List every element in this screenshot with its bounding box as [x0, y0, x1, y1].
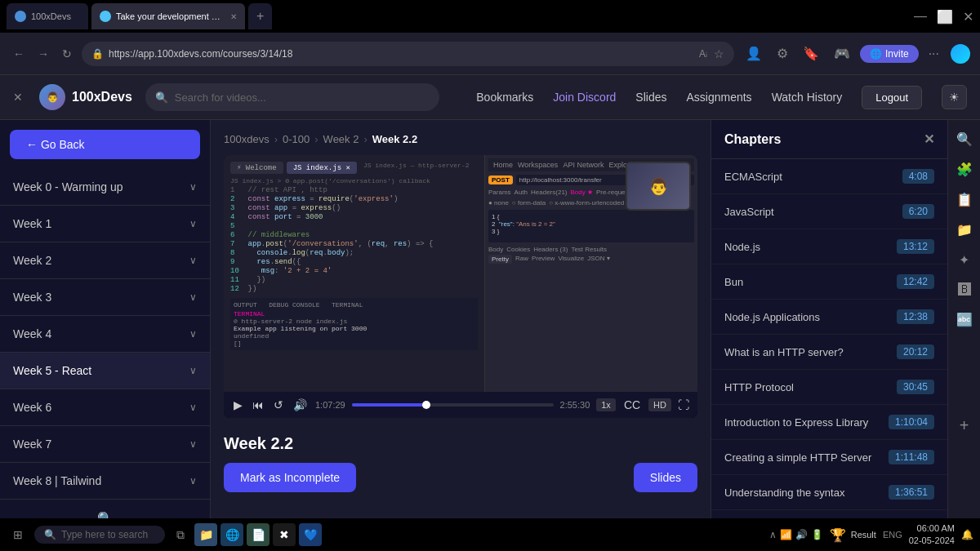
- quality-button[interactable]: HD: [648, 398, 671, 411]
- taskview-btn[interactable]: ⧉: [170, 525, 191, 545]
- sidebar-item-week7[interactable]: Week 7 ∨: [0, 426, 210, 463]
- nav-bookmarks[interactable]: Bookmarks: [476, 91, 533, 104]
- breadcrumb-0-100[interactable]: 0-100: [283, 133, 310, 145]
- chapter-item-nodejs-apps[interactable]: Node.js Applications 12:38: [711, 300, 947, 335]
- sidebar-item-week2[interactable]: Week 2 ∨: [0, 242, 210, 279]
- win-search-bar[interactable]: 🔍 Type here to search: [34, 526, 165, 544]
- sidebar-item-week5[interactable]: Week 5 - React ∨: [0, 353, 210, 389]
- win-search-placeholder: Type here to search: [61, 529, 148, 540]
- sidebar-item-week1[interactable]: Week 1 ∨: [0, 206, 210, 242]
- go-back-button[interactable]: ← Go Back: [10, 130, 200, 159]
- rs-add-icon[interactable]: +: [955, 411, 974, 440]
- taskbar-app-edge[interactable]: 🌐: [220, 523, 243, 546]
- profile-icon[interactable]: 👤: [741, 44, 767, 63]
- play-button[interactable]: ▶: [232, 397, 244, 413]
- week2-chevron: ∨: [189, 255, 197, 266]
- rs-search-icon[interactable]: 🔍: [951, 127, 978, 152]
- week3-label: Week 3: [13, 291, 51, 304]
- nav-join-discord[interactable]: Join Discord: [553, 91, 616, 104]
- notification-btn[interactable]: 🔔: [961, 529, 973, 540]
- tab-bar: 100xDevs Take your development skills fr…: [0, 0, 980, 33]
- tray-volume[interactable]: 🔊: [795, 529, 808, 540]
- chapter-item-bun[interactable]: Bun 12:42: [711, 264, 947, 300]
- more-options-btn[interactable]: ···: [924, 45, 944, 63]
- progress-bar[interactable]: [352, 403, 554, 407]
- header-search[interactable]: 🔍 Search for videos...: [145, 83, 439, 111]
- speed-button[interactable]: 1x: [596, 398, 616, 411]
- breadcrumb-week2[interactable]: Week 2: [323, 133, 359, 145]
- chapter-item-simple-server[interactable]: Creating a simple HTTP Server 1:11:48: [711, 440, 947, 475]
- rs-translate-icon[interactable]: 🔤: [951, 307, 978, 332]
- chapter-item-javascript[interactable]: JavaScript 6:20: [711, 194, 947, 229]
- taskbar-app-explorer[interactable]: 📁: [194, 523, 217, 546]
- chapter-item-http-protocol[interactable]: HTTP Protocol 30:45: [711, 370, 947, 405]
- rewind-btn[interactable]: ↺: [272, 397, 285, 413]
- sidebar-item-week6[interactable]: Week 6 ∨: [0, 389, 210, 426]
- result-label: Result: [851, 530, 876, 540]
- nav-slides[interactable]: Slides: [635, 91, 666, 104]
- tray-battery[interactable]: 🔋: [811, 529, 823, 540]
- chapter-time: 6:20: [902, 204, 934, 219]
- fullscreen-button[interactable]: ⛶: [678, 398, 689, 411]
- chapter-name: Bun: [724, 276, 743, 288]
- win-time: 06:00 AM: [909, 522, 955, 535]
- nav-watch-history[interactable]: Watch History: [772, 91, 843, 104]
- extension-icon[interactable]: ⚙: [772, 44, 793, 63]
- tray-chevron[interactable]: ∧: [769, 529, 777, 540]
- mark-incomplete-button[interactable]: Mark as Incomplete: [224, 463, 356, 492]
- breadcrumb-current: Week 2.2: [372, 133, 417, 145]
- nav-assignments[interactable]: Assignments: [686, 91, 751, 104]
- chapter-name: Introduction to Express Library: [724, 416, 868, 429]
- close-btn[interactable]: ✕: [963, 9, 973, 24]
- rs-extensions-icon[interactable]: 🧩: [951, 157, 978, 182]
- theme-toggle-button[interactable]: ☀: [942, 85, 967, 109]
- new-tab-btn[interactable]: +: [248, 3, 272, 29]
- rs-copilot-icon[interactable]: ✦: [954, 247, 974, 273]
- refresh-btn[interactable]: ↻: [59, 44, 75, 64]
- taskbar-app-x[interactable]: ✖: [273, 523, 296, 546]
- result-logo: 🏆: [830, 527, 846, 543]
- start-button[interactable]: ⊞: [7, 525, 29, 544]
- subtitle-icon[interactable]: CC: [622, 397, 642, 413]
- gamingicon[interactable]: 🎮: [829, 44, 855, 63]
- logout-button[interactable]: Logout: [862, 86, 922, 109]
- invite-button[interactable]: 🌐 Invite: [860, 45, 919, 63]
- chapter-time: 1:10:04: [889, 415, 934, 429]
- rs-collections-icon[interactable]: 📁: [951, 217, 978, 242]
- content-area: 100xdevs › 0-100 › Week 2 › Week 2.2 ⚡ W…: [211, 120, 710, 551]
- tray-wifi[interactable]: 📶: [780, 529, 792, 540]
- new-tab-icon: +: [256, 9, 264, 24]
- app-header: ✕ 👨 100xDevs 🔍 Search for videos... Book…: [0, 75, 980, 120]
- chapter-item-nodejs[interactable]: Node.js 13:12: [711, 229, 947, 264]
- chapter-item-http-server[interactable]: What is an HTTP server? 20:12: [711, 335, 947, 370]
- slides-button[interactable]: Slides: [634, 463, 697, 492]
- browser-tab-2[interactable]: Take your development skills fro... ✕: [91, 3, 245, 29]
- star-icon[interactable]: ☆: [714, 47, 724, 60]
- forward-btn[interactable]: →: [34, 44, 52, 64]
- taskbar-app-vscode[interactable]: 💙: [299, 523, 322, 546]
- url-input[interactable]: 🔒 https://app.100xdevs.com/courses/3/14/…: [82, 42, 734, 66]
- edge-sidebar-icon[interactable]: [951, 44, 970, 64]
- minimize-btn[interactable]: —: [914, 9, 927, 24]
- tab2-close[interactable]: ✕: [230, 12, 237, 21]
- chapter-item-syntax[interactable]: Understanding the syntax 1:36:51: [711, 475, 947, 510]
- logo-close-x[interactable]: ✕: [13, 91, 23, 104]
- time-total: 2:55:30: [560, 400, 590, 410]
- chapter-item-ecmascript[interactable]: ECMAScript 4:08: [711, 159, 947, 194]
- sidebar-item-week3[interactable]: Week 3 ∨: [0, 279, 210, 316]
- rs-history-icon[interactable]: 📋: [951, 187, 978, 212]
- maximize-btn[interactable]: ⬜: [937, 9, 953, 24]
- collections-icon[interactable]: 🔖: [798, 44, 824, 63]
- sidebar-item-week8[interactable]: Week 8 | Tailwind ∨: [0, 463, 210, 500]
- week0-label: Week 0 - Warming up: [13, 180, 123, 193]
- rs-bing-icon[interactable]: 🅱: [953, 278, 976, 302]
- chapter-item-express[interactable]: Introduction to Express Library 1:10:04: [711, 405, 947, 440]
- chapters-close-button[interactable]: ✕: [924, 131, 934, 147]
- taskbar-app-notepad[interactable]: 📄: [247, 523, 270, 546]
- browser-tab-1[interactable]: 100xDevs: [7, 3, 88, 29]
- sidebar-item-week0[interactable]: Week 0 - Warming up ∨: [0, 169, 210, 206]
- back-btn[interactable]: ←: [10, 44, 28, 64]
- sidebar-item-week4[interactable]: Week 4 ∨: [0, 316, 210, 353]
- skip-back-btn[interactable]: ⏮: [251, 397, 265, 413]
- breadcrumb-root[interactable]: 100xdevs: [224, 133, 270, 145]
